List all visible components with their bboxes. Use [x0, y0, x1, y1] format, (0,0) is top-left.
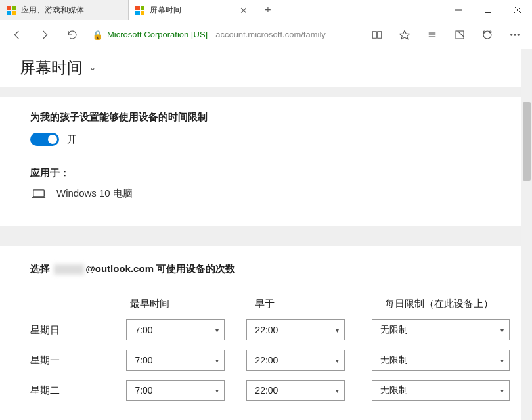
scrollbar-thumb[interactable] [523, 102, 531, 181]
address-bar[interactable]: 🔒 Microsoft Corporation [US] account.mic… [87, 25, 331, 45]
device-name: Windows 10 电脑 [56, 187, 133, 200]
chevron-down-icon: ▾ [336, 327, 339, 334]
tab-label: 屏幕时间 [150, 5, 181, 16]
header-daily-limit: 每日限制（在此设备上） [385, 298, 510, 310]
page-content: 屏幕时间 ⌄ 为我的孩子设置能够使用设备的时间限制 开 应用于： Windows… [0, 49, 532, 420]
chevron-down-icon: ▾ [336, 387, 339, 394]
chevron-down-icon: ▾ [215, 357, 219, 364]
earliest-select[interactable]: 7:00▾ [126, 319, 225, 340]
limit-select[interactable]: 无限制▾ [372, 319, 510, 340]
chevron-down-icon: ▾ [500, 387, 504, 394]
tab-label: 应用、游戏和媒体 [21, 5, 84, 16]
before-select[interactable]: 22:00▾ [246, 319, 345, 340]
chevron-down-icon: ▾ [215, 387, 219, 394]
svg-point-12 [511, 34, 512, 35]
toggle-state-label: 开 [67, 133, 77, 146]
tab-apps-games-media[interactable]: 应用、游戏和媒体 [0, 0, 129, 20]
divider [0, 226, 532, 246]
browser-toolbar: 🔒 Microsoft Corporation [US] account.mic… [0, 20, 532, 49]
svg-rect-1 [485, 7, 491, 13]
window-controls [443, 0, 532, 20]
redacted-username [54, 264, 84, 275]
before-select[interactable]: 22:00▾ [246, 350, 345, 371]
chevron-down-icon: ▾ [336, 357, 339, 364]
back-button[interactable] [4, 22, 30, 48]
chevron-down-icon[interactable]: ⌄ [89, 63, 96, 72]
scrollbar-track[interactable] [521, 49, 532, 420]
hub-button[interactable] [419, 22, 445, 48]
applies-to-label: 应用于： [30, 167, 532, 179]
url-text: account.microsoft.com/family [215, 30, 326, 39]
header-before: 早于 [255, 298, 385, 310]
new-tab-button[interactable]: + [257, 0, 278, 20]
refresh-button[interactable] [59, 22, 85, 48]
page-viewport: 屏幕时间 ⌄ 为我的孩子设置能够使用设备的时间限制 开 应用于： Windows… [0, 49, 532, 420]
svg-point-14 [518, 34, 519, 35]
forward-button[interactable] [32, 22, 58, 48]
svg-point-9 [483, 31, 491, 39]
header-earliest: 最早时间 [130, 298, 255, 310]
chevron-down-icon: ▾ [500, 357, 504, 364]
day-label: 星期日 [20, 324, 126, 337]
table-row: 星期二 7:00▾ 22:00▾ 无限制▾ [20, 380, 510, 401]
schedule-table: 最早时间 早于 每日限制（在此设备上） 星期日 7:00▾ 22:00▾ 无限制… [20, 298, 532, 401]
favorites-button[interactable] [391, 22, 418, 48]
lock-icon: 🔒 [92, 30, 103, 40]
tab-screen-time[interactable]: 屏幕时间 ✕ [129, 0, 257, 20]
table-header-row: 最早时间 早于 每日限制（在此设备上） [20, 298, 510, 310]
limits-section-title: 为我的孩子设置能够使用设备的时间限制 [30, 111, 532, 124]
close-tab-icon[interactable]: ✕ [237, 5, 250, 16]
microsoft-logo-icon [7, 6, 16, 15]
reading-view-button[interactable] [364, 22, 390, 48]
device-row: Windows 10 电脑 [30, 187, 532, 200]
chevron-down-icon: ▾ [500, 327, 504, 334]
choose-usage-line: 选择 @outlook.com 可使用设备的次数 [20, 263, 532, 275]
microsoft-logo-icon [135, 6, 144, 15]
limits-toggle[interactable] [30, 133, 59, 146]
table-row: 星期一 7:00▾ 22:00▾ 无限制▾ [20, 350, 510, 371]
notes-button[interactable] [447, 22, 473, 48]
certificate-label: Microsoft Corporation [US] [107, 30, 208, 39]
earliest-select[interactable]: 7:00▾ [126, 350, 225, 371]
window-titlebar: 应用、游戏和媒体 屏幕时间 ✕ + [0, 0, 532, 20]
svg-point-13 [514, 34, 516, 35]
close-window-button[interactable] [502, 0, 532, 20]
more-button[interactable] [502, 22, 528, 48]
limit-select[interactable]: 无限制▾ [372, 350, 510, 371]
svg-marker-4 [400, 30, 410, 39]
day-label: 星期二 [20, 385, 126, 397]
table-row: 星期日 7:00▾ 22:00▾ 无限制▾ [20, 319, 510, 340]
before-select[interactable]: 22:00▾ [246, 380, 345, 401]
share-button[interactable] [474, 22, 500, 48]
day-label: 星期一 [20, 354, 126, 367]
laptop-icon [32, 189, 46, 199]
maximize-button[interactable] [473, 0, 502, 20]
page-title: 屏幕时间 [20, 57, 83, 78]
divider [0, 87, 532, 97]
svg-rect-15 [33, 189, 45, 196]
minimize-button[interactable] [443, 0, 473, 20]
limit-select[interactable]: 无限制▾ [372, 380, 510, 401]
earliest-select[interactable]: 7:00▾ [126, 380, 225, 401]
chevron-down-icon: ▾ [215, 327, 219, 334]
svg-rect-8 [456, 31, 464, 39]
